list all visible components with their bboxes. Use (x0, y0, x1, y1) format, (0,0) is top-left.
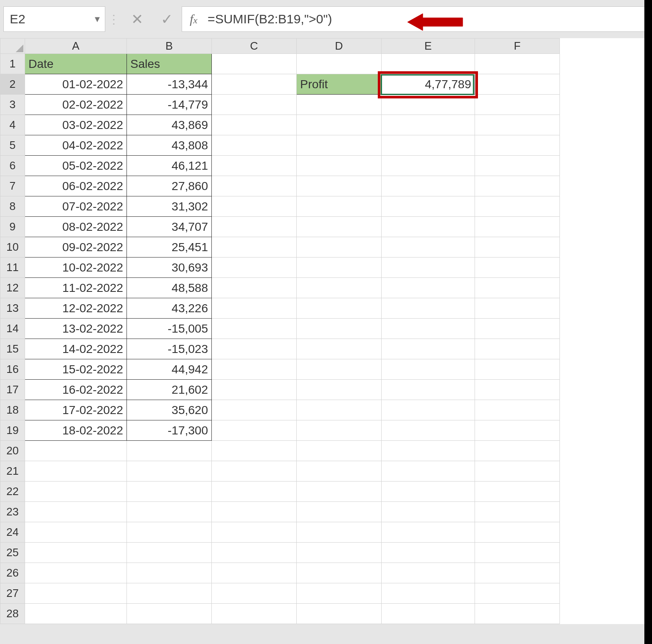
cell[interactable] (475, 502, 560, 522)
cell[interactable]: 30,693 (127, 258, 212, 278)
cell[interactable]: 43,808 (127, 135, 212, 156)
cell[interactable] (297, 196, 382, 217)
cell[interactable] (212, 522, 297, 543)
cell[interactable]: 09-02-2022 (25, 237, 127, 258)
cell[interactable]: 03-02-2022 (25, 115, 127, 135)
cell[interactable] (475, 400, 560, 420)
cell[interactable] (297, 298, 382, 319)
cell[interactable] (127, 522, 212, 543)
cell[interactable]: 18-02-2022 (25, 420, 127, 441)
cell[interactable] (297, 420, 382, 441)
cell[interactable]: -17,300 (127, 420, 212, 441)
col-header-B[interactable]: B (127, 39, 212, 54)
cell[interactable] (127, 461, 212, 482)
cell-C2[interactable] (212, 74, 297, 95)
cell[interactable] (475, 604, 560, 624)
cell[interactable]: 07-02-2022 (25, 196, 127, 217)
row-header[interactable]: 2 (0, 74, 25, 95)
cell[interactable] (212, 237, 297, 258)
cell[interactable] (382, 258, 475, 278)
cell-F2[interactable] (475, 74, 560, 95)
cell[interactable] (475, 359, 560, 380)
row-header[interactable]: 23 (0, 502, 25, 522)
cell[interactable]: -15,023 (127, 339, 212, 359)
row-header[interactable]: 11 (0, 258, 25, 278)
cell[interactable] (382, 359, 475, 380)
row-header[interactable]: 8 (0, 196, 25, 217)
cell[interactable] (297, 176, 382, 196)
cell[interactable] (127, 441, 212, 461)
cell-E1[interactable] (382, 54, 475, 74)
row-header[interactable]: 12 (0, 278, 25, 298)
cell[interactable]: 10-02-2022 (25, 258, 127, 278)
cell[interactable] (475, 482, 560, 502)
cell[interactable]: 43,869 (127, 115, 212, 135)
cell[interactable] (297, 217, 382, 237)
cell[interactable] (212, 583, 297, 604)
cell[interactable] (297, 604, 382, 624)
cell[interactable] (212, 461, 297, 482)
cell[interactable] (475, 278, 560, 298)
cell[interactable] (212, 563, 297, 583)
cell[interactable] (475, 380, 560, 400)
cell[interactable] (297, 135, 382, 156)
cell[interactable] (382, 115, 475, 135)
cell[interactable] (475, 217, 560, 237)
cell[interactable]: 21,602 (127, 380, 212, 400)
cell[interactable] (297, 359, 382, 380)
row-header[interactable]: 24 (0, 522, 25, 543)
cell[interactable]: -15,005 (127, 319, 212, 339)
cell[interactable] (212, 319, 297, 339)
cell[interactable]: 16-02-2022 (25, 380, 127, 400)
cell[interactable] (475, 176, 560, 196)
cell[interactable] (475, 115, 560, 135)
cell[interactable] (297, 380, 382, 400)
cell[interactable] (212, 135, 297, 156)
cell[interactable] (212, 95, 297, 115)
cell[interactable] (382, 543, 475, 563)
cell[interactable]: 34,707 (127, 217, 212, 237)
cell[interactable] (475, 196, 560, 217)
cell[interactable]: 13-02-2022 (25, 319, 127, 339)
row-header[interactable]: 21 (0, 461, 25, 482)
cell[interactable] (127, 583, 212, 604)
cell[interactable] (382, 237, 475, 258)
cell[interactable] (382, 95, 475, 115)
cell[interactable]: 48,588 (127, 278, 212, 298)
cell[interactable] (212, 339, 297, 359)
cell[interactable] (475, 298, 560, 319)
cell[interactable]: 46,121 (127, 156, 212, 176)
cell[interactable] (25, 604, 127, 624)
cell[interactable] (297, 461, 382, 482)
cell[interactable] (297, 482, 382, 502)
row-header[interactable]: 13 (0, 298, 25, 319)
cell[interactable] (382, 604, 475, 624)
cell[interactable] (25, 441, 127, 461)
row-header[interactable]: 20 (0, 441, 25, 461)
cell[interactable] (475, 461, 560, 482)
row-header[interactable]: 1 (0, 54, 25, 74)
cell[interactable] (127, 482, 212, 502)
cell[interactable] (382, 583, 475, 604)
row-header[interactable]: 9 (0, 217, 25, 237)
row-header[interactable]: 14 (0, 319, 25, 339)
cell[interactable]: 44,942 (127, 359, 212, 380)
cell[interactable] (382, 339, 475, 359)
cell[interactable] (212, 298, 297, 319)
cell[interactable] (25, 543, 127, 563)
row-header[interactable]: 22 (0, 482, 25, 502)
cell[interactable] (212, 115, 297, 135)
row-header[interactable]: 4 (0, 115, 25, 135)
cell-F1[interactable] (475, 54, 560, 74)
cell[interactable] (475, 420, 560, 441)
cell[interactable] (212, 278, 297, 298)
cell[interactable] (127, 604, 212, 624)
cell[interactable] (475, 156, 560, 176)
row-header[interactable]: 25 (0, 543, 25, 563)
cell[interactable]: 31,302 (127, 196, 212, 217)
cell[interactable] (382, 482, 475, 502)
formula-input[interactable]: =SUMIF(B2:B19,">0") (202, 6, 649, 32)
cell[interactable] (475, 563, 560, 583)
cell[interactable] (382, 380, 475, 400)
cell[interactable] (212, 196, 297, 217)
